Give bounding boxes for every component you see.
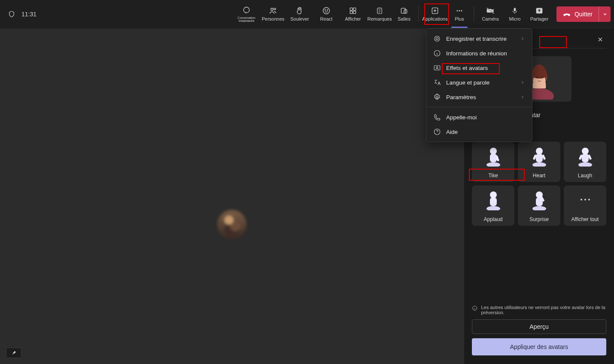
- more-icon: [579, 185, 592, 214]
- svg-point-59: [588, 199, 590, 200]
- grid-icon: [349, 6, 357, 15]
- reaction-label: Applaud: [483, 216, 502, 222]
- leave-label: Quitter: [574, 11, 593, 18]
- share-icon: [535, 6, 544, 15]
- menu-record[interactable]: Enregistrer et transcrire: [426, 31, 532, 46]
- menu-effects[interactable]: Effets et avatars: [426, 61, 532, 75]
- camera-off-icon: [486, 6, 495, 15]
- close-panel-button[interactable]: [594, 33, 606, 46]
- reaction-thumb: [483, 142, 503, 170]
- svg-point-43: [578, 162, 592, 167]
- reaction-label: Laugh: [578, 173, 592, 179]
- camera-button[interactable]: Caméra: [477, 0, 503, 28]
- reaction-thumb: [529, 185, 549, 214]
- reaction-thumb: [529, 142, 549, 170]
- svg-point-48: [486, 206, 500, 210]
- svg-rect-11: [401, 8, 405, 13]
- reaction-laugh[interactable]: Laugh: [564, 142, 606, 182]
- svg-point-36: [490, 148, 497, 155]
- chat-button[interactable]: Conversation Instantanée: [234, 0, 259, 28]
- menu-separator: [426, 107, 532, 107]
- people-label: Personnes: [262, 17, 285, 21]
- privacy-shield-icon: [8, 10, 15, 18]
- help-icon: [433, 128, 441, 136]
- svg-point-31: [536, 76, 538, 78]
- leave-options-button[interactable]: [599, 6, 611, 22]
- share-button[interactable]: Partager: [526, 0, 552, 28]
- apps-button[interactable]: Applications: [422, 0, 448, 28]
- menu-settings[interactable]: Paramètres: [426, 90, 532, 104]
- menu-effects-label: Effets et avatars: [446, 65, 488, 71]
- svg-rect-35: [490, 154, 497, 162]
- rooms-button[interactable]: Salles: [393, 0, 415, 28]
- svg-point-2: [274, 8, 276, 10]
- language-icon: [433, 79, 441, 86]
- menu-callme[interactable]: Appelle-moi: [426, 110, 532, 124]
- svg-rect-9: [353, 11, 356, 14]
- mic-label: Micro: [509, 17, 521, 21]
- reaction-label: Afficher tout: [571, 216, 599, 222]
- chevron-right-icon: [520, 36, 525, 41]
- notes-icon: [376, 6, 383, 15]
- notes-label: Remarques: [368, 17, 392, 21]
- menu-info[interactable]: Informations de réunion: [426, 46, 532, 61]
- notes-button[interactable]: Remarques: [367, 0, 392, 28]
- divider: [474, 6, 474, 22]
- reaction-label: Surprise: [529, 216, 549, 222]
- svg-point-34: [486, 162, 500, 167]
- react-button[interactable]: React: [313, 0, 339, 28]
- svg-point-16: [461, 10, 462, 12]
- effects-icon: [433, 64, 441, 72]
- raise-label: Soulever: [290, 17, 309, 21]
- mic-button[interactable]: Micro: [504, 0, 526, 28]
- svg-rect-19: [514, 8, 516, 11]
- info-icon: [472, 305, 477, 312]
- hangup-icon: [562, 11, 571, 17]
- preview-info: Les autres utilisateurs ne verront pas v…: [472, 305, 606, 315]
- more-button[interactable]: Plus: [449, 0, 470, 28]
- svg-point-45: [582, 148, 589, 155]
- svg-point-5: [327, 10, 328, 11]
- raise-hand-button[interactable]: Soulever: [287, 0, 313, 28]
- reaction-surprise[interactable]: Surprise: [518, 185, 560, 226]
- reaction-thumb: [575, 142, 595, 170]
- view-button[interactable]: Afficher: [340, 0, 366, 28]
- leave-button[interactable]: Quitter: [556, 6, 599, 22]
- meeting-timer: 11:31: [21, 11, 36, 18]
- chevron-down-icon: [602, 12, 608, 17]
- svg-point-21: [435, 36, 440, 41]
- people-icon: [268, 6, 278, 15]
- svg-rect-44: [582, 154, 589, 162]
- svg-point-50: [490, 191, 497, 198]
- preview-button-label: Aperçu: [529, 323, 548, 330]
- svg-point-15: [459, 10, 460, 12]
- react-label: React: [320, 17, 333, 21]
- menu-record-label: Enregistrer et transcrire: [446, 36, 507, 42]
- more-label: Plus: [455, 17, 464, 21]
- people-button[interactable]: Personnes: [260, 0, 286, 28]
- reaction-heart[interactable]: Heart: [518, 142, 560, 182]
- reactions-grid: Tike Heart Laugh Applaud Surprise: [472, 142, 606, 226]
- reaction-applaud[interactable]: Applaud: [472, 185, 514, 226]
- menu-language[interactable]: Langue et parole: [426, 75, 532, 90]
- menu-language-label: Langue et parole: [446, 79, 489, 86]
- svg-point-1: [271, 8, 273, 10]
- svg-point-25: [436, 67, 438, 68]
- svg-point-57: [581, 199, 582, 200]
- pin-button[interactable]: [6, 348, 21, 358]
- menu-callme-label: Appelle-moi: [446, 114, 477, 121]
- reaction-tike[interactable]: Tike: [472, 142, 514, 182]
- menu-help[interactable]: Aide: [426, 124, 532, 139]
- svg-point-58: [584, 199, 586, 200]
- menu-info-label: Informations de réunion: [446, 50, 507, 57]
- reaction-show-all[interactable]: Afficher tout: [564, 185, 606, 226]
- preview-button[interactable]: Aperçu: [472, 319, 606, 334]
- svg-point-40: [536, 148, 543, 155]
- pin-icon: [11, 350, 17, 356]
- menu-help-label: Aide: [446, 129, 458, 135]
- apply-button-label: Appliquer des avatars: [510, 343, 568, 350]
- gear-icon: [433, 93, 441, 101]
- reaction-label: Heart: [533, 173, 545, 179]
- chat-label: Conversation Instantanée: [234, 16, 259, 22]
- apply-avatars-button[interactable]: Appliquer des avatars: [472, 338, 606, 355]
